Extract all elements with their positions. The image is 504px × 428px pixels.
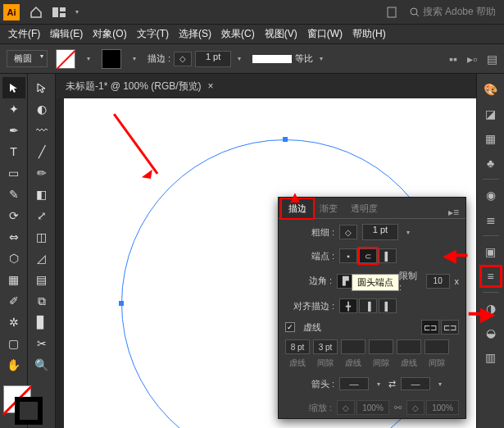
free-transform-tool[interactable]: ◫ bbox=[30, 226, 53, 248]
dash-3[interactable] bbox=[397, 339, 421, 354]
symbol-sprayer-tool[interactable]: ✲ bbox=[2, 312, 25, 333]
shape-builder-tool[interactable]: ⬡ bbox=[2, 248, 25, 269]
doc-icon[interactable] bbox=[382, 2, 402, 22]
dash-align-corners[interactable]: ⊏⊐ bbox=[441, 320, 459, 335]
gradient-panel-icon[interactable]: ≣ bbox=[482, 211, 500, 229]
appearance-panel-icon[interactable]: ▣ bbox=[482, 243, 500, 261]
eraser-tool[interactable]: ◧ bbox=[30, 184, 53, 205]
dash-preserve-exact[interactable]: ⊏⊐ bbox=[421, 320, 439, 335]
stroke-weight-stepper[interactable]: ◇ bbox=[174, 52, 192, 66]
opt-transform-icon[interactable]: ▸▫ bbox=[467, 52, 477, 66]
swap-arrowheads-icon[interactable]: ⇄ bbox=[388, 379, 396, 389]
arrowhead-start-dropdown[interactable]: ▾ bbox=[374, 374, 384, 394]
color-panel-icon[interactable]: 🎨 bbox=[482, 80, 500, 98]
stroke-profile-preview[interactable] bbox=[252, 55, 292, 63]
magic-wand-tool[interactable]: ✦ bbox=[2, 98, 25, 120]
cap-projecting[interactable]: ▌ bbox=[379, 248, 397, 263]
gap-3[interactable] bbox=[425, 339, 449, 354]
gap-2[interactable] bbox=[369, 339, 393, 354]
arrowhead-end[interactable]: — bbox=[401, 377, 430, 390]
menu-window[interactable]: 窗口(W) bbox=[302, 27, 347, 41]
stroke-weight-input[interactable]: 1 pt bbox=[195, 51, 231, 67]
artboard-tool[interactable]: ▢ bbox=[2, 333, 25, 354]
opt-menu-icon[interactable]: ▤ bbox=[487, 52, 497, 66]
weight-input[interactable]: 1 pt bbox=[362, 224, 398, 240]
stroke-weight-dropdown[interactable]: ▾ bbox=[234, 49, 244, 69]
blend-tool[interactable]: ⧉ bbox=[30, 290, 53, 312]
paintbrush-tool[interactable]: ✎ bbox=[2, 184, 25, 205]
column-graph-tool[interactable]: ▊ bbox=[30, 312, 53, 333]
gap-1[interactable]: 3 pt bbox=[313, 339, 338, 354]
perspective-tool[interactable]: ◿ bbox=[30, 248, 53, 269]
menu-object[interactable]: 对象(O) bbox=[88, 27, 131, 41]
width-tool[interactable]: ⇔ bbox=[2, 226, 25, 248]
symbols-panel-icon[interactable]: ♣ bbox=[482, 154, 500, 172]
cap-round[interactable]: ⊂ bbox=[359, 248, 377, 263]
panel-menu-icon[interactable]: ≡ bbox=[482, 267, 500, 285]
pen-tool[interactable]: ✒ bbox=[2, 120, 25, 141]
gradient-tool[interactable]: ▤ bbox=[30, 269, 53, 290]
arrowhead-start[interactable]: — bbox=[339, 377, 369, 390]
arrange-icon[interactable] bbox=[49, 2, 69, 22]
direct-selection-tool[interactable] bbox=[30, 77, 53, 98]
swatches-panel-icon[interactable]: ◪ bbox=[482, 105, 500, 123]
align-outside[interactable]: ▌ bbox=[379, 298, 397, 313]
limit-input[interactable]: 10 bbox=[426, 274, 450, 289]
document-tab[interactable]: 未标题-1* @ 100% (RGB/预览) × bbox=[56, 74, 224, 98]
selection-tool[interactable] bbox=[2, 77, 25, 98]
curvature-tool[interactable]: 〰 bbox=[30, 120, 53, 141]
type-tool[interactable]: T bbox=[2, 141, 25, 162]
home-icon[interactable] bbox=[26, 2, 46, 22]
hand-tool[interactable]: ✋ bbox=[2, 354, 25, 376]
weight-stepper[interactable]: ◇ bbox=[339, 225, 357, 239]
fill-stroke-indicator[interactable] bbox=[3, 385, 43, 425]
align-center[interactable]: ╋ bbox=[339, 298, 357, 313]
mesh-tool[interactable]: ▦ bbox=[2, 269, 25, 290]
rectangle-tool[interactable]: ▭ bbox=[2, 162, 25, 184]
asset-panel-icon[interactable]: ◒ bbox=[482, 324, 500, 342]
brushes-panel-icon[interactable]: ▦ bbox=[482, 130, 500, 148]
zoom-tool[interactable]: 🔍 bbox=[30, 354, 53, 376]
anchor-left[interactable] bbox=[119, 301, 124, 306]
menu-effect[interactable]: 效果(C) bbox=[216, 27, 260, 41]
search-box[interactable]: 搜索 Adobe 帮助 bbox=[405, 3, 501, 20]
eyedropper-tool[interactable]: ✐ bbox=[2, 290, 25, 312]
menu-edit[interactable]: 编辑(E) bbox=[45, 27, 88, 41]
menu-view[interactable]: 视图(V) bbox=[260, 27, 302, 41]
tab-close[interactable]: × bbox=[208, 80, 214, 92]
tab-title: 未标题-1* @ 100% (RGB/预览) bbox=[66, 80, 202, 93]
profile-dropdown[interactable]: ▾ bbox=[316, 49, 326, 69]
slice-tool[interactable]: ✂ bbox=[30, 333, 53, 354]
artboards-panel-icon[interactable]: ▥ bbox=[482, 348, 500, 367]
opt-align-icon[interactable]: ▪▪ bbox=[449, 52, 457, 66]
cap-butt[interactable]: ▪ bbox=[339, 248, 357, 263]
panel-tab-opacity[interactable]: 透明度 bbox=[344, 199, 384, 218]
rotate-tool[interactable]: ⟳ bbox=[2, 205, 25, 226]
menu-file[interactable]: 文件(F) bbox=[3, 27, 45, 41]
weight-dropdown[interactable]: ▾ bbox=[403, 222, 413, 242]
arrange-dropdown[interactable]: ▾ bbox=[72, 2, 82, 22]
stroke-indicator[interactable] bbox=[15, 397, 43, 425]
scale-tool[interactable]: ⤢ bbox=[30, 205, 53, 226]
stroke-dropdown[interactable]: ▾ bbox=[129, 49, 139, 69]
stroke-panel-icon[interactable]: ◉ bbox=[482, 186, 500, 204]
lasso-tool[interactable]: ◐ bbox=[30, 98, 53, 120]
panel-flyout-menu[interactable]: ▸≡ bbox=[445, 207, 462, 218]
panel-tab-gradient[interactable]: 渐变 bbox=[313, 199, 344, 218]
menu-select[interactable]: 选择(S) bbox=[174, 27, 216, 41]
menu-type[interactable]: 文字(T) bbox=[132, 27, 174, 41]
anchor-top[interactable] bbox=[283, 137, 288, 142]
right-dock: 🎨 ◪ ▦ ♣ ◉ ≣ ▣ ≡ ◑ ◒ ▥ bbox=[476, 74, 504, 428]
stroke-swatch[interactable] bbox=[102, 49, 121, 69]
dash-1[interactable]: 8 pt bbox=[285, 339, 310, 354]
fill-dropdown[interactable]: ▾ bbox=[84, 49, 93, 69]
dash-checkbox[interactable]: ✓ bbox=[285, 322, 295, 332]
line-tool[interactable]: ╱ bbox=[30, 141, 53, 162]
current-tool-label[interactable]: 椭圆 bbox=[7, 50, 48, 67]
pencil-tool[interactable]: ✏ bbox=[30, 162, 53, 184]
align-inside[interactable]: ▐ bbox=[359, 298, 377, 313]
dash-2[interactable] bbox=[341, 339, 366, 354]
fill-swatch[interactable] bbox=[56, 49, 75, 69]
arrowhead-end-dropdown[interactable]: ▾ bbox=[435, 374, 445, 394]
menu-help[interactable]: 帮助(H) bbox=[347, 27, 391, 41]
